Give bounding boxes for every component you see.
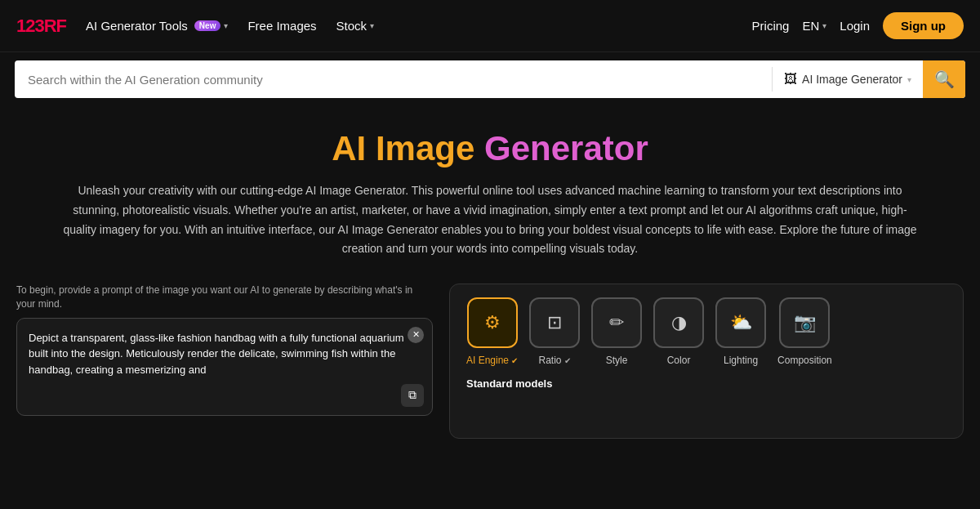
logo[interactable]: 123RF (16, 16, 66, 37)
search-bar: 🖼 AI Image Generator ▾ 🔍 (15, 60, 965, 98)
stock-chevron-icon: ▾ (370, 21, 374, 30)
ratio-check-icon: ✔ (564, 356, 571, 365)
tool-composition[interactable]: 📷 Composition (777, 297, 832, 366)
lang-chevron-icon: ▾ (822, 21, 826, 30)
composition-button[interactable]: 📷 (779, 297, 830, 348)
gear-icon: ⚙ (484, 312, 501, 333)
copy-icon: ⧉ (408, 388, 416, 402)
signup-button[interactable]: Sign up (883, 12, 964, 39)
nav-language[interactable]: EN ▾ (802, 19, 826, 33)
navbar: 123RF AI Generator Tools New ▾ Free Imag… (0, 0, 980, 52)
ai-engine-button[interactable]: ⚙ (467, 297, 518, 348)
style-icon: ✏ (609, 312, 624, 333)
hero-title-generator: Generator (484, 129, 648, 167)
tool-ai-engine[interactable]: ⚙ AI Engine ✔ (466, 297, 518, 366)
search-type-chevron-icon: ▾ (907, 75, 911, 84)
nav-stock[interactable]: Stock ▾ (336, 19, 375, 33)
lighting-icon: ⛅ (730, 312, 752, 333)
search-type-label: AI Image Generator (802, 73, 902, 86)
tool-style[interactable]: ✏ Style (591, 297, 642, 366)
color-label: Color (667, 355, 691, 366)
prompt-text: Depict a transparent, glass-like fashion… (29, 330, 421, 397)
color-icon: ◑ (671, 312, 687, 333)
color-button[interactable]: ◑ (653, 297, 704, 348)
search-button[interactable]: 🔍 (923, 60, 965, 98)
style-button[interactable]: ✏ (591, 297, 642, 348)
ratio-button[interactable]: ⊡ (529, 297, 580, 348)
nav-right: Pricing EN ▾ Login Sign up (752, 12, 964, 39)
lighting-label: Lighting (724, 355, 758, 366)
lang-label: EN (802, 19, 819, 33)
style-label: Style (606, 355, 628, 366)
hero-title-ai: AI Image (332, 129, 484, 167)
left-panel: To begin, provide a prompt of the image … (16, 284, 433, 439)
prompt-box: Depict a transparent, glass-like fashion… (16, 318, 433, 416)
prompt-copy-button[interactable]: ⧉ (401, 384, 424, 407)
camera-icon: 📷 (794, 312, 816, 333)
standard-models-label: Standard models (466, 377, 947, 390)
tool-color[interactable]: ◑ Color (653, 297, 704, 366)
lighting-button[interactable]: ⛅ (715, 297, 766, 348)
nav-ai-tools[interactable]: AI Generator Tools New ▾ (86, 19, 228, 33)
hero-description: Unleash your creativity with our cutting… (57, 181, 923, 259)
tools-row: ⚙ AI Engine ✔ ⊡ Ratio ✔ ✏ (466, 297, 947, 366)
prompt-close-button[interactable]: ✕ (408, 327, 424, 343)
right-panel: ⚙ AI Engine ✔ ⊡ Ratio ✔ ✏ (449, 284, 964, 439)
nav-ai-tools-label: AI Generator Tools (86, 19, 188, 33)
close-icon: ✕ (412, 329, 420, 340)
tool-lighting[interactable]: ⛅ Lighting (715, 297, 766, 366)
nav-free-images[interactable]: Free Images (247, 19, 316, 33)
bottom-section: To begin, provide a prompt of the image … (0, 275, 980, 439)
nav-login[interactable]: Login (840, 19, 870, 33)
prompt-hint: To begin, provide a prompt of the image … (16, 284, 433, 311)
ai-engine-label: AI Engine ✔ (466, 355, 518, 366)
hero-title: AI Image Generator (49, 129, 931, 168)
ai-image-icon: 🖼 (784, 72, 797, 87)
ratio-label: Ratio ✔ (539, 355, 571, 366)
nav-pricing[interactable]: Pricing (752, 19, 790, 33)
composition-label: Composition (777, 355, 832, 366)
tool-ratio[interactable]: ⊡ Ratio ✔ (529, 297, 580, 366)
ai-tools-chevron-icon: ▾ (224, 21, 228, 30)
hero-section: AI Image Generator Unleash your creativi… (0, 106, 980, 275)
nav-stock-label: Stock (336, 19, 368, 33)
new-badge: New (194, 20, 221, 31)
search-input[interactable] (15, 73, 772, 87)
search-icon: 🔍 (934, 69, 955, 89)
ai-engine-check-icon: ✔ (511, 356, 518, 365)
nav-free-images-label: Free Images (247, 19, 316, 33)
ratio-icon: ⊡ (547, 312, 562, 333)
search-type-selector[interactable]: 🖼 AI Image Generator ▾ (773, 72, 923, 87)
